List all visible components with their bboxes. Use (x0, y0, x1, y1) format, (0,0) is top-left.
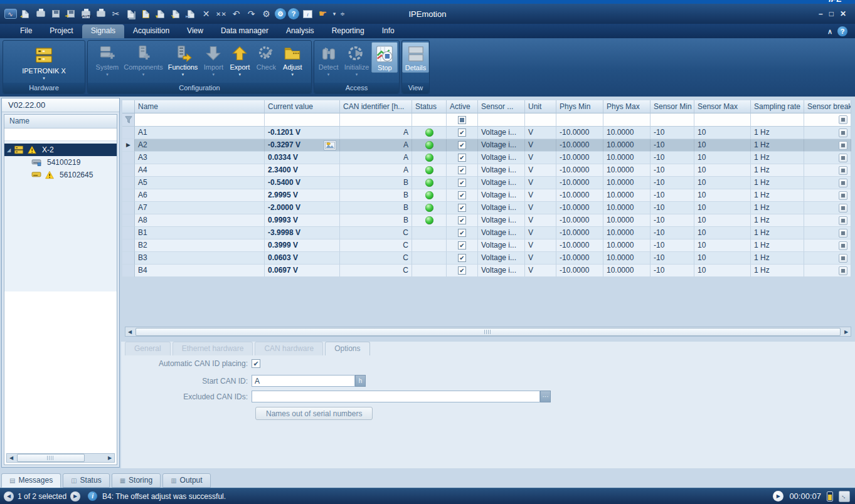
cell-sensor[interactable]: Voltage i... (478, 227, 525, 239)
filter-cell-sensor[interactable] (478, 113, 525, 127)
cell-sensor[interactable]: Voltage i... (478, 177, 525, 189)
delete-icon[interactable]: ✕ (199, 7, 213, 21)
delete-all-icon[interactable]: ✕✕ (215, 7, 228, 21)
tree-hscrollbar[interactable]: ◀ ▶ (6, 453, 115, 463)
cell-phys_min[interactable]: -10.0000 (556, 227, 603, 239)
import-button[interactable]: Import▾ (200, 42, 226, 77)
cell-active[interactable]: ✔ (447, 164, 478, 177)
cell-sensor_min[interactable]: -10 (651, 164, 694, 177)
cell-sampling_rate[interactable]: 1 Hz (751, 139, 804, 152)
auto-print-icon[interactable]: AUTO (79, 7, 92, 21)
help-icon[interactable]: ? (288, 8, 299, 19)
filter-cell-sensor_min[interactable] (651, 113, 694, 127)
bottom-tab-output[interactable]: ▥Output (162, 473, 210, 488)
filter-cell-sampling_rate[interactable] (751, 113, 804, 127)
cell-active[interactable]: ✔ (447, 239, 478, 252)
sensor-break-config-button[interactable] (839, 154, 847, 162)
cell-sensor_break[interactable] (804, 227, 851, 239)
cell-sensor_break[interactable] (804, 127, 851, 139)
cell-phys_min[interactable]: -10.0000 (556, 189, 603, 202)
ellipsis-button[interactable]: ··· (540, 391, 551, 402)
cell-sampling_rate[interactable]: 1 Hz (751, 202, 804, 214)
active-checkbox[interactable]: ✔ (458, 129, 466, 137)
cell-sampling_rate[interactable]: 1 Hz (751, 252, 804, 265)
app-logo-icon[interactable]: ∿ (4, 7, 17, 21)
cell-current_value[interactable]: 0.0603 V (265, 252, 340, 265)
cell-sensor_min[interactable]: -10 (651, 189, 694, 202)
filter-cell-phys_min[interactable] (556, 113, 603, 127)
cell-phys_min[interactable]: -10.0000 (556, 139, 603, 152)
cell-name[interactable]: B3 (135, 252, 265, 265)
active-checkbox[interactable]: ✔ (458, 141, 466, 149)
initialize-button[interactable]: Initialize▾ (342, 42, 372, 77)
cell-name[interactable]: A3 (135, 152, 265, 164)
cell-current_value[interactable]: -3.9998 V (265, 227, 340, 239)
cell-sensor_break[interactable] (804, 265, 851, 277)
cell-sensor_break[interactable] (804, 164, 851, 177)
tree-item-x-2[interactable]: ◢X-2 (4, 144, 117, 156)
sensor-break-config-button[interactable] (839, 166, 847, 175)
cell-phys_min[interactable]: -10.0000 (556, 252, 603, 265)
cell-unit[interactable]: V (525, 214, 556, 227)
column-header-sensor-max[interactable]: Sensor Max (694, 100, 751, 113)
filter-cell-phys_max[interactable] (603, 113, 651, 127)
column-header-unit[interactable]: Unit (525, 100, 556, 113)
active-checkbox[interactable]: ✔ (458, 229, 466, 237)
cell-can_id[interactable]: C (340, 227, 412, 239)
cell-sensor_min[interactable]: -10 (651, 252, 694, 265)
cell-status[interactable] (412, 239, 447, 252)
redo-icon[interactable]: ↷ (245, 7, 258, 21)
undo-icon[interactable]: ↶ (230, 7, 243, 21)
export-file-icon[interactable]: ↦ (184, 7, 198, 21)
cell-can_id[interactable]: C (340, 252, 412, 265)
paste-icon[interactable] (139, 7, 152, 21)
bottom-tab-status[interactable]: ◫Status (63, 473, 109, 488)
sensor-break-config-button[interactable] (839, 115, 847, 124)
filter-cell-status[interactable] (412, 113, 447, 127)
cell-sampling_rate[interactable]: 1 Hz (751, 164, 804, 177)
cell-sensor_max[interactable]: 10 (694, 227, 751, 239)
cell-sensor[interactable]: Voltage i... (478, 189, 525, 202)
cell-active[interactable]: ✔ (447, 227, 478, 239)
tree-item-54100219[interactable]: 54100219 (4, 156, 117, 169)
cell-sensor_min[interactable]: -10 (651, 152, 694, 164)
menu-item-reporting[interactable]: Reporting (323, 24, 373, 38)
tree-filter-row[interactable] (4, 129, 117, 141)
cell-sensor[interactable]: Voltage i... (478, 164, 525, 177)
auto-can-checkbox[interactable]: ✔ (252, 359, 260, 368)
cell-unit[interactable]: V (525, 227, 556, 239)
sensor-break-config-button[interactable] (839, 191, 847, 200)
maximize-button[interactable]: □ (829, 9, 834, 18)
cell-sensor_break[interactable] (804, 139, 851, 152)
active-checkbox[interactable]: ✔ (458, 166, 466, 174)
scroll-left-icon[interactable]: ◀ (7, 454, 16, 462)
cell-sensor_min[interactable]: -10 (651, 139, 694, 152)
customize-toolbar-icon[interactable]: ≑ (339, 7, 346, 21)
sensor-break-config-button[interactable] (839, 216, 847, 225)
cell-active[interactable]: ✔ (447, 202, 478, 214)
cell-name[interactable]: A8 (135, 214, 265, 227)
cell-sensor[interactable]: Voltage i... (478, 239, 525, 252)
cell-unit[interactable]: V (525, 189, 556, 202)
cell-name[interactable]: A6 (135, 189, 265, 202)
cell-name[interactable]: B4 (135, 265, 265, 277)
cell-active[interactable]: ✔ (447, 177, 478, 189)
sensor-break-config-button[interactable] (839, 141, 847, 150)
signal-row-b3[interactable]: B30.0603 VC✔Voltage i...V-10.000010.0000… (122, 252, 852, 265)
cell-sampling_rate[interactable]: 1 Hz (751, 239, 804, 252)
column-header-active[interactable]: Active (447, 100, 478, 113)
cell-phys_max[interactable]: 10.0000 (603, 227, 651, 239)
sensor-break-config-button[interactable] (839, 266, 847, 275)
active-checkbox[interactable]: ✔ (458, 241, 466, 249)
cell-status[interactable] (412, 177, 447, 189)
cell-status[interactable] (412, 227, 447, 239)
filter-funnel-icon[interactable] (122, 113, 135, 127)
cell-name[interactable]: B2 (135, 239, 265, 252)
cell-sensor_break[interactable] (804, 239, 851, 252)
sensor-break-config-button[interactable] (839, 204, 847, 213)
cell-can_id[interactable]: B (340, 214, 412, 227)
sensor-break-config-button[interactable] (839, 254, 847, 263)
active-checkbox[interactable]: ✔ (458, 154, 466, 162)
cell-status[interactable] (412, 202, 447, 214)
cell-phys_max[interactable]: 10.0000 (603, 239, 651, 252)
